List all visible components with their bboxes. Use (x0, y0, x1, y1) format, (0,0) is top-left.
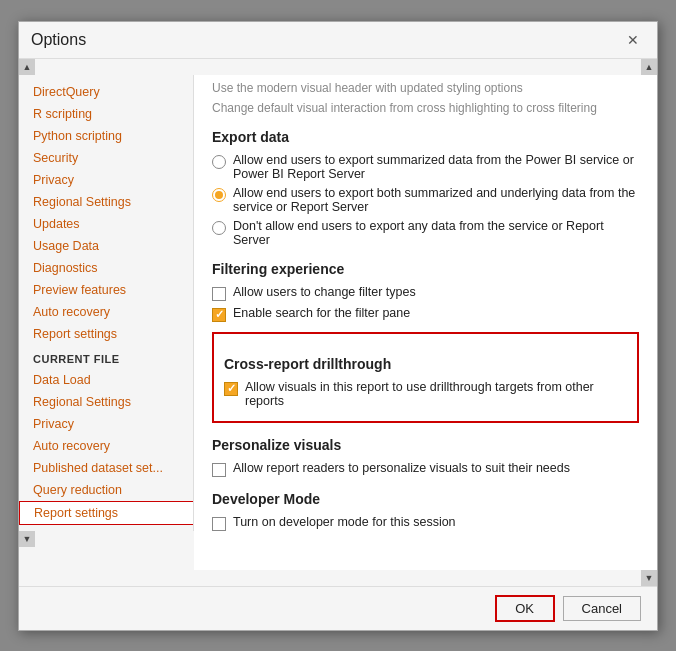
dialog-body: ▲ DirectQueryR scriptingPython scripting… (19, 59, 657, 586)
sidebar-item-global-11[interactable]: Report settings (19, 323, 193, 345)
sidebar-wrapper: ▲ DirectQueryR scriptingPython scripting… (19, 59, 194, 586)
close-button[interactable]: ✕ (621, 30, 645, 50)
option-label-export_data-2: Don't allow end users to export any data… (233, 219, 639, 247)
option-export_data-1[interactable]: Allow end users to export both summarize… (212, 186, 639, 214)
content-area: Use the modern visual header with update… (194, 75, 657, 570)
sidebar-item-global-10[interactable]: Auto recovery (19, 301, 193, 323)
radio-unchecked-icon[interactable] (212, 155, 226, 169)
ok-button[interactable]: OK (495, 595, 555, 622)
section-filtering_experience: Filtering experienceAllow users to chang… (212, 261, 639, 322)
sidebar-scroll-up-arrow[interactable]: ▲ (19, 59, 35, 75)
checkbox-unchecked-icon[interactable] (212, 517, 226, 531)
sidebar-item-current-2[interactable]: Privacy (19, 413, 193, 435)
cross-highlight-text: Use the modern visual header with update… (212, 81, 523, 95)
faded-top-text: Use the modern visual header with update… (212, 81, 639, 95)
sidebar-item-global-4[interactable]: Privacy (19, 169, 193, 191)
checkbox-checked-icon[interactable] (224, 382, 238, 396)
sidebar-section-current-file: CURRENT FILE (19, 345, 193, 369)
option-filtering_experience-1[interactable]: Enable search for the filter pane (212, 306, 639, 322)
content-wrapper: ▲ Use the modern visual header with upda… (194, 59, 657, 586)
sidebar-item-current-3[interactable]: Auto recovery (19, 435, 193, 457)
sidebar-item-global-3[interactable]: Security (19, 147, 193, 169)
section-title-developer_mode: Developer Mode (212, 491, 639, 507)
dialog-title: Options (31, 31, 86, 49)
radio-unchecked-icon[interactable] (212, 221, 226, 235)
option-personalize_visuals-0[interactable]: Allow report readers to personalize visu… (212, 461, 639, 477)
option-label-personalize_visuals-0: Allow report readers to personalize visu… (233, 461, 570, 475)
content-scroll-down-arrow[interactable]: ▼ (641, 570, 657, 586)
option-label-cross_report_drillthrough-0: Allow visuals in this report to use dril… (245, 380, 627, 408)
section-export_data: Export dataAllow end users to export sum… (212, 129, 639, 247)
sidebar: DirectQueryR scriptingPython scriptingSe… (19, 75, 194, 531)
sidebar-item-current-4[interactable]: Published dataset set... (19, 457, 193, 479)
sidebar-item-current-5[interactable]: Query reduction (19, 479, 193, 501)
sidebar-scroll-down-arrow[interactable]: ▼ (19, 531, 35, 547)
sidebar-item-current-1[interactable]: Regional Settings (19, 391, 193, 413)
option-filtering_experience-0[interactable]: Allow users to change filter types (212, 285, 639, 301)
sidebar-item-global-9[interactable]: Preview features (19, 279, 193, 301)
change-interaction-text: Change default visual interaction from c… (212, 101, 639, 115)
option-label-export_data-1: Allow end users to export both summarize… (233, 186, 639, 214)
option-developer_mode-0[interactable]: Turn on developer mode for this session (212, 515, 639, 531)
section-title-cross_report_drillthrough: Cross-report drillthrough (224, 356, 627, 372)
sidebar-item-global-2[interactable]: Python scripting (19, 125, 193, 147)
section-personalize_visuals: Personalize visualsAllow report readers … (212, 437, 639, 477)
sidebar-item-global-6[interactable]: Updates (19, 213, 193, 235)
sidebar-item-global-8[interactable]: Diagnostics (19, 257, 193, 279)
option-label-filtering_experience-0: Allow users to change filter types (233, 285, 416, 299)
sidebar-item-current-6[interactable]: Report settings (19, 501, 194, 525)
section-developer_mode: Developer ModeTurn on developer mode for… (212, 491, 639, 531)
section-title-filtering_experience: Filtering experience (212, 261, 639, 277)
sidebar-item-current-0[interactable]: Data Load (19, 369, 193, 391)
content-scroll-up-arrow[interactable]: ▲ (641, 59, 657, 75)
sidebar-item-global-5[interactable]: Regional Settings (19, 191, 193, 213)
option-cross_report_drillthrough-0[interactable]: Allow visuals in this report to use dril… (224, 380, 627, 408)
dialog-footer: OK Cancel (19, 586, 657, 630)
title-bar: Options ✕ (19, 22, 657, 59)
highlighted-section-cross_report_drillthrough: Cross-report drillthroughAllow visuals i… (212, 332, 639, 423)
sidebar-item-global-1[interactable]: R scripting (19, 103, 193, 125)
cancel-button[interactable]: Cancel (563, 596, 641, 621)
sidebar-item-global-0[interactable]: DirectQuery (19, 81, 193, 103)
section-title-personalize_visuals: Personalize visuals (212, 437, 639, 453)
radio-checked-icon[interactable] (212, 188, 226, 202)
checkbox-unchecked-icon[interactable] (212, 287, 226, 301)
checkbox-unchecked-icon[interactable] (212, 463, 226, 477)
sidebar-item-global-7[interactable]: Usage Data (19, 235, 193, 257)
checkbox-checked-icon[interactable] (212, 308, 226, 322)
option-label-developer_mode-0: Turn on developer mode for this session (233, 515, 456, 529)
option-export_data-2[interactable]: Don't allow end users to export any data… (212, 219, 639, 247)
section-title-export_data: Export data (212, 129, 639, 145)
option-label-filtering_experience-1: Enable search for the filter pane (233, 306, 410, 320)
options-dialog: Options ✕ ▲ DirectQueryR scriptingPython… (18, 21, 658, 631)
option-export_data-0[interactable]: Allow end users to export summarized dat… (212, 153, 639, 181)
option-label-export_data-0: Allow end users to export summarized dat… (233, 153, 639, 181)
